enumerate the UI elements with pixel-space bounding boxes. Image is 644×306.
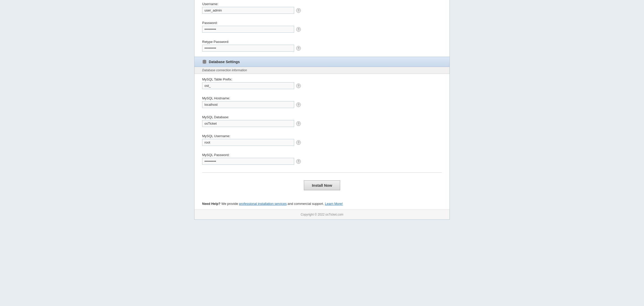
svg-point-6: [203, 62, 206, 64]
install-form: Username: ? Password: ? Retype Password:…: [194, 0, 450, 220]
mysql-username-help-icon[interactable]: ?: [296, 140, 301, 145]
database-icon: [202, 60, 207, 64]
mysql-username-label: MySQL Username:: [202, 134, 442, 138]
password-label: Password:: [202, 21, 442, 25]
retype-password-label: Retype Password:: [202, 40, 442, 44]
username-input[interactable]: [202, 7, 294, 14]
mysql-database-group: MySQL Database: ?: [194, 113, 450, 132]
password-row: ?: [202, 26, 442, 33]
mysql-password-group: MySQL Password: ?: [194, 151, 450, 170]
mysql-username-group: MySQL Username: ?: [194, 132, 450, 151]
username-row: ?: [202, 7, 442, 14]
install-divider: [202, 172, 442, 173]
username-group: Username: ?: [194, 0, 450, 19]
mysql-prefix-help-icon[interactable]: ?: [296, 84, 301, 88]
mysql-password-label: MySQL Password:: [202, 153, 442, 157]
mysql-username-row: ?: [202, 139, 442, 146]
install-now-button[interactable]: Install Now: [304, 180, 340, 190]
mysql-hostname-label: MySQL Hostname:: [202, 96, 442, 100]
retype-password-help-icon[interactable]: ?: [296, 46, 301, 51]
password-group: Password: ?: [194, 19, 450, 38]
mysql-password-help-icon[interactable]: ?: [296, 159, 301, 164]
mysql-database-row: ?: [202, 120, 442, 127]
mysql-hostname-input[interactable]: [202, 101, 294, 108]
retype-password-row: ?: [202, 45, 442, 52]
copyright-text: Copyright © 2022 osTicket.com: [301, 213, 343, 216]
username-help-icon[interactable]: ?: [296, 8, 301, 13]
footer: Copyright © 2022 osTicket.com: [194, 209, 450, 219]
mysql-database-label: MySQL Database:: [202, 115, 442, 119]
mysql-prefix-input[interactable]: [202, 82, 294, 89]
mysql-password-input[interactable]: [202, 158, 294, 165]
mysql-prefix-label: MySQL Table Prefix:: [202, 77, 442, 81]
mysql-database-help-icon[interactable]: ?: [296, 121, 301, 126]
db-settings-title: Database Settings: [209, 60, 240, 64]
mysql-prefix-row: ?: [202, 82, 442, 89]
password-help-icon[interactable]: ?: [296, 27, 301, 32]
username-label: Username:: [202, 2, 442, 6]
password-input[interactable]: [202, 26, 294, 33]
mysql-hostname-help-icon[interactable]: ?: [296, 102, 301, 107]
learn-more-link[interactable]: Learn More!: [325, 202, 343, 206]
retype-password-input[interactable]: [202, 45, 294, 52]
mysql-database-input[interactable]: [202, 120, 294, 127]
retype-password-group: Retype Password: ?: [194, 38, 450, 57]
help-middle: We provide: [221, 202, 239, 206]
mysql-hostname-group: MySQL Hostname: ?: [194, 94, 450, 113]
install-section: Install Now: [194, 175, 450, 198]
db-settings-subtitle: Database connection information: [194, 67, 450, 74]
help-section: Need Help? We provide professional insta…: [194, 198, 450, 209]
mysql-prefix-group: MySQL Table Prefix: ?: [194, 74, 450, 94]
help-suffix: and commercial support.: [287, 202, 325, 206]
mysql-hostname-row: ?: [202, 101, 442, 108]
professional-services-link[interactable]: professional installation services: [239, 202, 286, 206]
mysql-password-row: ?: [202, 158, 442, 165]
help-prefix: Need Help?: [202, 202, 221, 206]
db-settings-header: Database Settings: [194, 57, 450, 67]
mysql-username-input[interactable]: [202, 139, 294, 146]
